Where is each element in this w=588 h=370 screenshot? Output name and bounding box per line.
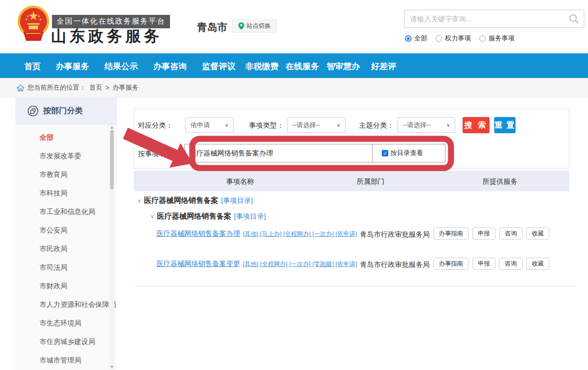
collapse-caret-icon[interactable]: ∨ bbox=[137, 198, 141, 204]
sidebar-item-jiaoyuju[interactable]: 市教育局 bbox=[15, 165, 117, 184]
chevron-down-icon: ∨ bbox=[225, 122, 229, 128]
category-filter-label: 对应分类： bbox=[138, 121, 173, 130]
catalog-view-label: 按目录查看 bbox=[391, 149, 423, 157]
breadcrumb: 您当前所在的位置： 首页 > 办事服务 bbox=[17, 84, 138, 92]
breadcrumb-separator: > bbox=[105, 84, 109, 91]
item-link-biangeng[interactable]: 医疗器械网络销售备案变更[其他] [全程网办] [一次办] [零跑腿] [依申请… bbox=[157, 260, 357, 268]
keyword-search-input[interactable] bbox=[405, 15, 569, 23]
sidebar-item-kejiju[interactable]: 市科技局 bbox=[15, 184, 117, 202]
sidebar-item-gongxinju[interactable]: 市工业和信息化局 bbox=[15, 202, 117, 221]
sidebar-item-shengtai[interactable]: 市生态环境局 bbox=[15, 314, 117, 332]
breadcrumb-bar: 您当前所在的位置： 首页 > 办事服务 bbox=[0, 78, 588, 97]
theme-filter-label: 主题分类： bbox=[359, 121, 394, 130]
national-emblem-logo bbox=[17, 5, 50, 42]
nav-item-nontax[interactable]: 非税缴费 bbox=[245, 61, 279, 72]
reset-button[interactable]: 重 置 bbox=[494, 117, 516, 133]
scope-option-power-label: 权力事项 bbox=[445, 34, 471, 43]
sidebar-item-all[interactable]: 全部 bbox=[15, 128, 117, 147]
scroll-up-icon[interactable]: ▲ bbox=[110, 125, 114, 130]
favorite-button[interactable]: 收藏 bbox=[526, 258, 549, 270]
sidebar-header: 按部门分类 bbox=[15, 97, 117, 124]
location-pin-icon bbox=[238, 22, 244, 30]
item-tags: [其他] [全程网办] [一次办] [零跑腿] [依申请] bbox=[243, 260, 357, 267]
scroll-down-icon[interactable]: ▼ bbox=[110, 365, 114, 370]
site-switch-button[interactable]: 站点切换 bbox=[232, 19, 277, 32]
search-button[interactable]: 搜 索 bbox=[463, 117, 490, 133]
sidebar-item-chengguan[interactable]: 市城市管理局 bbox=[15, 351, 117, 370]
nav-item-home[interactable]: 首页 bbox=[24, 61, 41, 72]
nav-item-services[interactable]: 办事服务 bbox=[56, 61, 89, 72]
apply-button[interactable]: 申报 bbox=[472, 227, 496, 240]
sidebar-item-minzhengju[interactable]: 市民政局 bbox=[15, 240, 117, 258]
collapse-caret-icon[interactable]: ∨ bbox=[150, 214, 154, 220]
item-department: 青岛市行政审批服务局 bbox=[360, 260, 430, 269]
item-name: 医疗器械网络销售备案变更 bbox=[157, 260, 240, 267]
type-filter-label: 事项类型： bbox=[249, 121, 284, 130]
item-actions: 办事指南 申报 咨询 收藏 bbox=[433, 227, 549, 240]
nav-item-supervision[interactable]: 监督评议 bbox=[202, 61, 235, 72]
site-title: 山东政务服务 bbox=[51, 26, 163, 47]
category-select-value: 依申请 bbox=[190, 121, 210, 130]
item-tags: [其他] [马上办] [全程网办] [一次办] [依申请] bbox=[243, 230, 357, 237]
consult-button[interactable]: 咨询 bbox=[499, 227, 523, 240]
department-sidebar: 按部门分类 全部 市发展改革委 市教育局 市科技局 市工业和信息化局 市公安局 … bbox=[15, 97, 117, 370]
favorite-button[interactable]: 收藏 bbox=[526, 227, 549, 240]
item-name: 医疗器械网络销售备案办理 bbox=[157, 229, 240, 237]
keyword-search-box bbox=[404, 10, 584, 28]
sidebar-item-zhujian[interactable]: 市住房城乡建设局 bbox=[15, 332, 117, 351]
column-header-name: 事项名称 bbox=[226, 177, 254, 186]
sidebar-item-sifaju[interactable]: 市司法局 bbox=[15, 258, 117, 277]
department-list: 全部 市发展改革委 市教育局 市科技局 市工业和信息化局 市公安局 市民政局 市… bbox=[15, 124, 117, 370]
guide-button[interactable]: 办事指南 bbox=[433, 227, 469, 240]
sidebar-item-renshe[interactable]: 市人力资源和社会保障局 bbox=[15, 295, 117, 314]
item-department: 青岛市行政审批服务局 bbox=[360, 230, 430, 239]
home-icon bbox=[17, 84, 24, 91]
search-icon[interactable] bbox=[569, 14, 579, 24]
scope-option-all[interactable]: 全部 bbox=[405, 34, 427, 43]
results-divider bbox=[134, 286, 575, 286]
check-icon: ✓ bbox=[383, 151, 387, 156]
sidebar-item-caizhengju[interactable]: 市财政局 bbox=[15, 277, 117, 295]
breadcrumb-current[interactable]: 办事服务 bbox=[112, 84, 138, 92]
nav-item-smart[interactable]: 智审慧办 bbox=[327, 61, 360, 72]
type-select[interactable]: --请选择-- ∨ bbox=[287, 117, 346, 133]
scope-option-power[interactable]: 权力事项 bbox=[436, 34, 471, 43]
catalog-link[interactable]: [事项目录] bbox=[234, 212, 266, 221]
theme-select[interactable]: --请选择-- ∨ bbox=[398, 117, 455, 133]
chevron-down-icon: ∨ bbox=[446, 122, 450, 128]
radio-icon bbox=[479, 35, 486, 42]
scrollbar-thumb[interactable] bbox=[110, 130, 114, 189]
page: 全国一体化在线政务服务平台 山东政务服务 青岛市 站点切换 全部 权力 bbox=[0, 0, 588, 370]
sidebar-item-fagaiwei[interactable]: 市发展改革委 bbox=[15, 147, 117, 165]
nav-item-results[interactable]: 结果公示 bbox=[105, 61, 138, 72]
scope-option-service-label: 服务事项 bbox=[489, 34, 515, 43]
item-name-input[interactable] bbox=[185, 144, 372, 162]
scope-option-all-label: 全部 bbox=[414, 34, 427, 43]
item-actions: 办事指南 申报 咨询 收藏 bbox=[433, 258, 549, 270]
scope-option-service[interactable]: 服务事项 bbox=[479, 34, 515, 43]
header: 全国一体化在线政务服务平台 山东政务服务 青岛市 站点切换 全部 权力 bbox=[0, 0, 588, 53]
radio-icon bbox=[436, 35, 442, 42]
item-name-label: 按事项名称： bbox=[138, 149, 180, 158]
breadcrumb-home-link[interactable]: 首页 bbox=[89, 84, 102, 92]
result-group-level1: ∨ 医疗器械网络销售备案 [事项目录] bbox=[137, 196, 253, 206]
column-header-services: 所提供服务 bbox=[483, 177, 517, 186]
sidebar-item-gonganju[interactable]: 市公安局 bbox=[15, 221, 117, 240]
consult-button[interactable]: 咨询 bbox=[499, 258, 523, 270]
chevron-down-icon: ∨ bbox=[337, 122, 340, 128]
guide-button[interactable]: 办事指南 bbox=[433, 258, 469, 270]
category-icon bbox=[27, 105, 39, 117]
nav-item-rating[interactable]: 好差评 bbox=[371, 61, 396, 72]
main-nav: 首页 办事服务 结果公示 办事咨询 监督评议 非税缴费 在线服务 智审慧办 好差… bbox=[0, 53, 588, 78]
nav-item-online[interactable]: 在线服务 bbox=[286, 61, 319, 72]
catalog-link[interactable]: [事项目录] bbox=[221, 196, 253, 205]
category-select[interactable]: 依申请 ∨ bbox=[185, 117, 234, 133]
theme-select-value: --请选择-- bbox=[403, 121, 431, 130]
item-link-banli[interactable]: 医疗器械网络销售备案办理[其他] [马上办] [全程网办] [一次办] [依申请… bbox=[157, 229, 357, 238]
item-name-search-group: ✓ 按目录查看 bbox=[184, 144, 445, 162]
catalog-view-checkbox[interactable]: ✓ bbox=[382, 150, 388, 156]
nav-item-consult[interactable]: 办事咨询 bbox=[153, 61, 187, 72]
group-title: 医疗器械网络销售备案 bbox=[157, 212, 231, 221]
apply-button[interactable]: 申报 bbox=[472, 258, 496, 270]
breadcrumb-prefix: 您当前所在的位置： bbox=[27, 84, 86, 92]
